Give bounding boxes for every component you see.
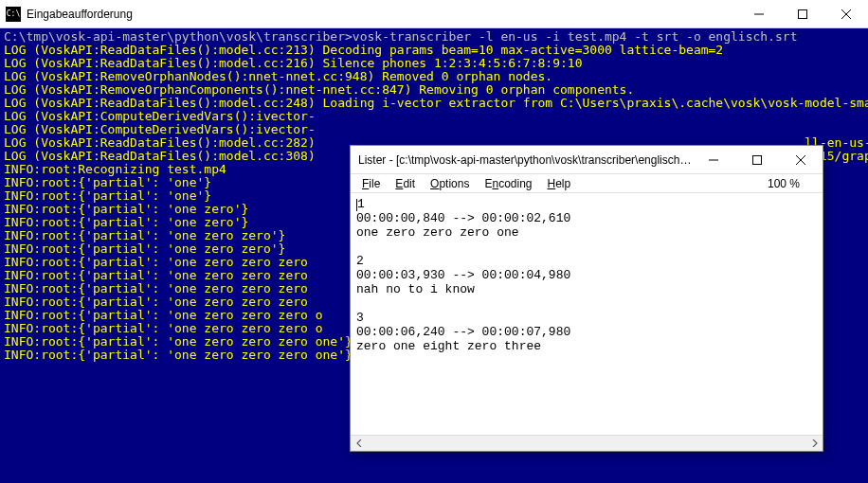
terminal-line: LOG (VoskAPI:RemoveOrphanComponents():nn…: [4, 83, 864, 97]
terminal-line: LOG (VoskAPI:ComputeDerivedVars():ivecto…: [4, 110, 864, 123]
percent-indicator: 100 %: [768, 177, 819, 190]
scroll-right-arrow[interactable]: [806, 436, 823, 452]
svg-rect-5: [753, 155, 762, 164]
lister-maximize-button[interactable]: [735, 146, 779, 174]
maximize-button[interactable]: [781, 0, 824, 28]
svg-rect-1: [799, 9, 807, 18]
lister-close-button[interactable]: [779, 146, 823, 174]
lister-menu-bar: File Edit Options Encoding Help 100 %: [351, 174, 823, 193]
cmd-icon: C:\: [6, 7, 21, 22]
menu-options[interactable]: Options: [423, 177, 477, 190]
terminal-line: LOG (VoskAPI:ReadDataFiles():model.cc:21…: [4, 44, 864, 57]
terminal-line: LOG (VoskAPI:ReadDataFiles():model.cc:21…: [4, 57, 864, 70]
menu-help[interactable]: Help: [540, 177, 579, 190]
main-title-bar[interactable]: C:\ Eingabeaufforderung: [0, 0, 868, 28]
lister-text-content[interactable]: 1 00:00:00,840 --> 00:00:02,610 one zero…: [351, 193, 823, 434]
lister-minimize-button[interactable]: [692, 146, 735, 174]
lister-window: Lister - [c:\tmp\vosk-api-master\python\…: [350, 145, 823, 452]
scroll-left-arrow[interactable]: [351, 436, 367, 452]
terminal-line: C:\tmp\vosk-api-master\python\vosk\trans…: [4, 30, 864, 44]
lister-horizontal-scrollbar[interactable]: [351, 435, 823, 451]
terminal-line: LOG (VoskAPI:ReadDataFiles():model.cc:24…: [4, 97, 864, 110]
lister-title-bar[interactable]: Lister - [c:\tmp\vosk-api-master\python\…: [351, 146, 823, 174]
menu-edit[interactable]: Edit: [388, 177, 423, 190]
terminal-line: LOG (VoskAPI:ComputeDerivedVars():ivecto…: [4, 123, 864, 136]
terminal-line: LOG (VoskAPI:RemoveOrphanNodes():nnet-nn…: [4, 70, 864, 83]
lister-window-title: Lister - [c:\tmp\vosk-api-master\python\…: [351, 153, 692, 167]
minimize-button[interactable]: [737, 0, 781, 28]
menu-file[interactable]: File: [354, 177, 388, 190]
close-button[interactable]: [824, 0, 868, 28]
menu-encoding[interactable]: Encoding: [477, 177, 539, 190]
main-window-title: Eingabeaufforderung: [27, 8, 737, 21]
